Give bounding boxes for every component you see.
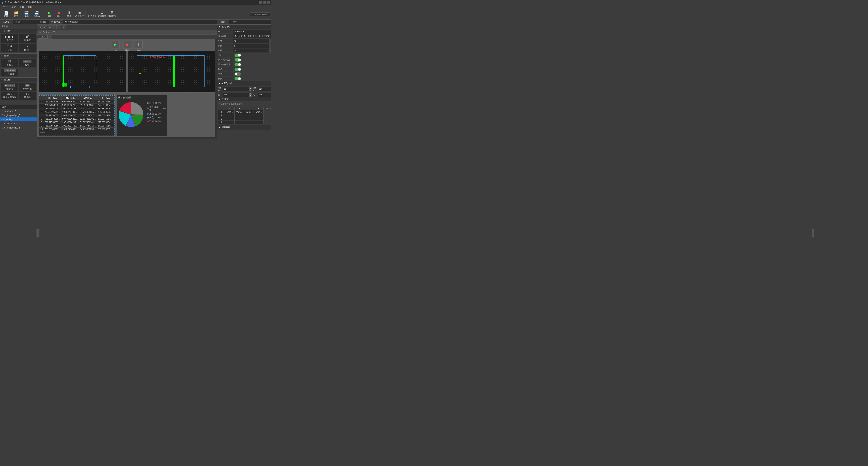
- layer-m-table-4[interactable]: ▪ m_table_4: [0, 117, 37, 122]
- saveas-button[interactable]: 💾 另存为: [32, 10, 41, 19]
- ds-cell-2-1[interactable]: [225, 117, 235, 121]
- ds-cell-1-1[interactable]: [225, 114, 235, 117]
- tool-spin[interactable]: 0 ⬍ 选值框: [19, 92, 36, 100]
- menu-help[interactable]: 帮助: [26, 5, 34, 9]
- maximize-button[interactable]: □: [262, 1, 266, 4]
- layer-m-imgwidget-3[interactable]: 🖼 m_imgWidget_3: [0, 113, 37, 117]
- pie-chart-area[interactable]: 叠片缺陷统计 裂包25.3%干料白日印19%压褶12.7%白点22.8%其他20…: [117, 95, 167, 136]
- prop-grid-toggle[interactable]: [235, 68, 241, 71]
- tab-resources[interactable]: 资源: [12, 20, 23, 24]
- canvas-tab-add[interactable]: +: [48, 35, 52, 38]
- prop-v-header-toggle[interactable]: [235, 63, 241, 66]
- prop-cols-input[interactable]: [234, 44, 269, 48]
- tool-combo[interactable]: combo ▼ 组合框: [1, 83, 18, 91]
- prop-w-input[interactable]: [223, 93, 249, 97]
- save-button[interactable]: 💾 保存: [22, 10, 31, 19]
- canvas-tool-5[interactable]: ⋮: [57, 25, 61, 29]
- tool-label[interactable]: Text 标签: [1, 43, 18, 52]
- pause-canvas-button[interactable]: ⏸: [135, 40, 143, 49]
- canvas-h-scrollbar[interactable]: [37, 137, 217, 139]
- tool-signal-light[interactable]: ● 信号灯: [19, 43, 36, 52]
- tool-toolbutton[interactable]: ⚙ Tool Button 工具按钮: [1, 68, 18, 76]
- ds-cell-0-4[interactable]: Vars...: [254, 110, 264, 114]
- section-inputs-header[interactable]: ▼ 输入框: [0, 78, 37, 82]
- canvas-tool-3[interactable]: ⊠: [48, 25, 52, 29]
- close-button[interactable]: ✕: [267, 1, 270, 4]
- menu-settings[interactable]: 设置: [9, 5, 18, 9]
- ds-cell-2-4[interactable]: [254, 117, 264, 121]
- minimize-button[interactable]: ─: [258, 1, 262, 4]
- layer-m-widget-2[interactable]: ··· m_widget_2: [0, 109, 37, 113]
- prop-h-input[interactable]: [258, 93, 271, 97]
- ds-cell-0-2[interactable]: Vars...: [235, 110, 244, 114]
- ds-cell-3-2[interactable]: [235, 121, 244, 124]
- ds-cell-2-3[interactable]: [244, 117, 254, 121]
- ds-cell-0-3[interactable]: Vars...: [244, 110, 254, 114]
- tool-checkbox[interactable]: ☑ 复选框: [1, 59, 18, 67]
- pause-toolbar-button[interactable]: ⏸ 暂停: [65, 10, 74, 19]
- tool-image-frame[interactable]: 🖼 图像框: [19, 34, 36, 43]
- tab-toolbox[interactable]: 工具箱: [0, 20, 12, 24]
- prop-id-input[interactable]: [234, 30, 271, 34]
- prop-sync-toggle[interactable]: [235, 77, 241, 80]
- language-selector[interactable]: Chinese|中文(简体): [250, 12, 270, 16]
- table-h-scrollbar[interactable]: [39, 131, 115, 133]
- ds-cell-0-1[interactable]: Vars...: [225, 110, 235, 114]
- prop-rowheight-down[interactable]: ▼: [269, 51, 271, 53]
- tab-main-flow[interactable]: 主流程: [37, 20, 49, 24]
- menu-tools[interactable]: 工具: [18, 5, 26, 9]
- prop-x-down[interactable]: ▼: [249, 89, 252, 91]
- prop-cols-down[interactable]: ▼: [269, 46, 271, 48]
- tab-events[interactable]: 事件: [229, 20, 241, 24]
- tool-line-edit[interactable]: AB 线编辑框: [19, 83, 36, 91]
- image-panel-left[interactable]: +: [39, 51, 126, 92]
- table-area[interactable]: 叠片长度 叠片宽度 极耳长度 极耳宽度 2731.97553055...997.…: [39, 95, 115, 136]
- canvas-tool-6[interactable]: ≡: [62, 25, 66, 29]
- prop-rowheight-input[interactable]: [234, 49, 269, 53]
- prop-y-input[interactable]: [258, 87, 271, 91]
- canvas-v-scrollbar[interactable]: [215, 39, 217, 137]
- step-button[interactable]: ⏭ 单步运行: [75, 10, 84, 19]
- prop-rows-input[interactable]: [234, 39, 269, 43]
- tab-properties[interactable]: 属性: [217, 20, 229, 24]
- ds-cell-3-1[interactable]: [225, 121, 235, 124]
- prop-w-up[interactable]: ▲: [249, 93, 252, 95]
- prop-rows-down[interactable]: ▼: [269, 41, 271, 43]
- ds-cell-3-3[interactable]: [244, 121, 254, 124]
- ds-cell-2-2[interactable]: [235, 117, 244, 121]
- run-canvas-button[interactable]: ▶: [112, 40, 120, 49]
- dispset-button[interactable]: 🖥 显示设置: [107, 10, 117, 19]
- prop-h-header-toggle[interactable]: [235, 58, 241, 61]
- prop-replace-toggle[interactable]: [235, 72, 241, 76]
- canvas-tool-2[interactable]: ⊟: [43, 25, 47, 29]
- canvas-tool-4[interactable]: ⊡: [52, 25, 57, 29]
- open-button[interactable]: 📂 打开: [11, 10, 21, 19]
- stop-canvas-button[interactable]: ⏹: [123, 40, 131, 49]
- prop-x-up[interactable]: ▲: [249, 87, 252, 89]
- prop-x-input[interactable]: [223, 87, 249, 91]
- ds-cell-3-4[interactable]: [254, 121, 264, 124]
- canvas-tab-main[interactable]: Main: [38, 35, 48, 38]
- varset-button[interactable]: ⚙ 变量设置: [97, 10, 107, 19]
- tab-ui-designer[interactable]: UI设计器: [49, 20, 63, 24]
- run-toolbar-button[interactable]: ▶ 运行: [44, 10, 54, 19]
- menu-file[interactable]: 文件: [1, 5, 9, 9]
- prop-rowheight-up[interactable]: ▲: [269, 49, 271, 51]
- layer-m-piechart-5[interactable]: ● m_pieChart_5: [0, 122, 37, 126]
- tab-ui-script[interactable]: UI脚本编辑器: [63, 20, 81, 24]
- mode-button[interactable]: ⊞ 运行模式: [87, 10, 97, 19]
- prop-enabled-toggle[interactable]: [235, 54, 241, 57]
- tool-button[interactable]: Button 按钮: [19, 59, 36, 67]
- stop-toolbar-button[interactable]: ⏹ 停止: [55, 10, 64, 19]
- ds-cell-1-3[interactable]: [244, 114, 254, 117]
- section-display-header[interactable]: ▼ 显示框: [0, 29, 37, 33]
- image-panel-right[interactable]: 叠片缺陷检测：FAIL: [128, 51, 215, 92]
- new-button[interactable]: 📄 新建: [1, 10, 11, 19]
- canvas-tool-1[interactable]: ⊞: [38, 25, 42, 29]
- prop-w-down[interactable]: ▼: [249, 95, 252, 97]
- prop-rows-up[interactable]: ▲: [269, 39, 271, 41]
- canvas-workspace[interactable]: ▶ Run ⏹ Stop ⏸ Pause: [37, 39, 217, 137]
- ds-cell-1-2[interactable]: [235, 114, 244, 117]
- prop-cols-up[interactable]: ▲: [269, 44, 271, 46]
- tool-run-frame[interactable]: ▶ ⏹ ⏸ 运行框: [1, 34, 18, 43]
